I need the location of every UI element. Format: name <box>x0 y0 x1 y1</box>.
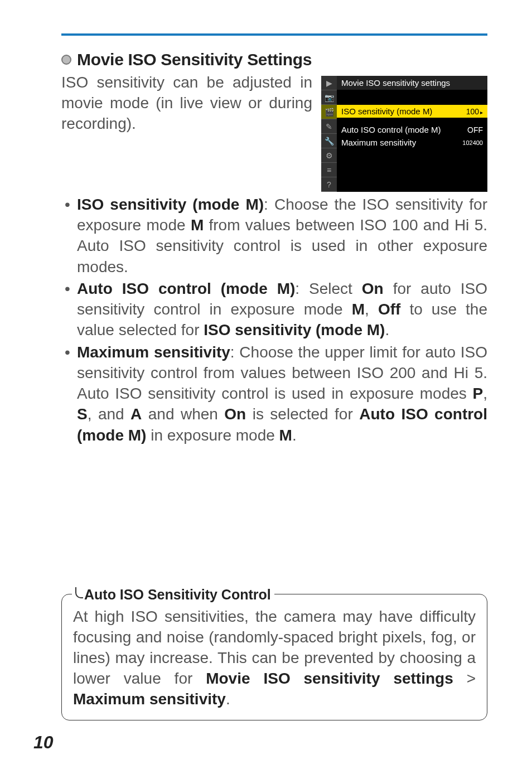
intro-row: ISO sensitivity can be adjusted in movie… <box>61 72 487 192</box>
screen-tabs: ▶ 📷 🎬 ✎ 🔧 ⚙ ≡ ? <box>321 76 337 192</box>
tab-movie-icon: 🎬 <box>321 105 337 119</box>
bullet-lead: ISO sensitivity (mode M) <box>77 196 264 213</box>
tab-play-icon: ▶ <box>321 76 337 90</box>
camera-menu-screenshot: ▶ 📷 🎬 ✎ 🔧 ⚙ ≡ ? Movie ISO sensitivity se… <box>321 76 487 192</box>
note-title: Auto ISO Sensitivity Control <box>84 587 271 603</box>
note-body: At high ISO sensitivities, the camera ma… <box>73 607 476 710</box>
screen-gap <box>337 118 487 123</box>
list-item: ISO sensitivity (mode M): Choose the ISO… <box>77 194 487 277</box>
tab-help-icon: ? <box>321 177 337 192</box>
list-item: Maximum sensitivity: Choose the upper li… <box>77 342 487 446</box>
section-heading-row: Movie ISO Sensitivity Settings <box>61 50 487 69</box>
screen-blank-row <box>337 90 487 105</box>
row-value: 102400 <box>462 139 483 146</box>
screen-title: Movie ISO sensitivity settings <box>337 76 487 90</box>
header-rule <box>61 33 487 36</box>
row-label: Auto ISO control (mode M) <box>341 125 441 134</box>
intro-text: ISO sensitivity can be adjusted in movie… <box>61 72 312 134</box>
page-number: 10 <box>33 732 54 753</box>
tab-wrench-icon: 🔧 <box>321 134 337 148</box>
chevron-right-icon: ▸ <box>480 109 483 115</box>
screen-row: Maximum sensitivity 102400 <box>337 136 487 149</box>
bullet-icon <box>61 55 71 65</box>
screen-row: Auto ISO control (mode M) OFF <box>337 123 487 136</box>
row-label: Maximum sensitivity <box>341 138 416 147</box>
list-item: Auto ISO control (mode M): Select On for… <box>77 278 487 341</box>
section-title: Movie ISO Sensitivity Settings <box>77 50 312 69</box>
row-value: OFF <box>467 125 483 134</box>
note-title-wrap: Auto ISO Sensitivity Control <box>72 587 274 603</box>
tab-retouch-icon: ⚙ <box>321 148 337 163</box>
note-box: Auto ISO Sensitivity Control At high ISO… <box>61 594 487 720</box>
screen-main: Movie ISO sensitivity settings ISO sensi… <box>337 76 487 192</box>
note-corner-icon <box>75 587 83 598</box>
tab-pencil-icon: ✎ <box>321 119 337 134</box>
bullet-lead: Auto ISO control (mode M) <box>77 280 295 297</box>
screen-row-selected: ISO sensitivity (mode M) 100▸ <box>337 105 487 118</box>
row-value: 100▸ <box>466 107 483 116</box>
screen-body: ▶ 📷 🎬 ✎ 🔧 ⚙ ≡ ? Movie ISO sensitivity se… <box>321 76 487 192</box>
tab-camera-icon: 📷 <box>321 90 337 105</box>
bullet-lead: Maximum sensitivity <box>77 344 230 361</box>
screen-bottom-pad <box>337 149 487 163</box>
tab-mymenu-icon: ≡ <box>321 163 337 177</box>
bullet-list: ISO sensitivity (mode M): Choose the ISO… <box>61 194 487 446</box>
row-label: ISO sensitivity (mode M) <box>341 107 432 116</box>
